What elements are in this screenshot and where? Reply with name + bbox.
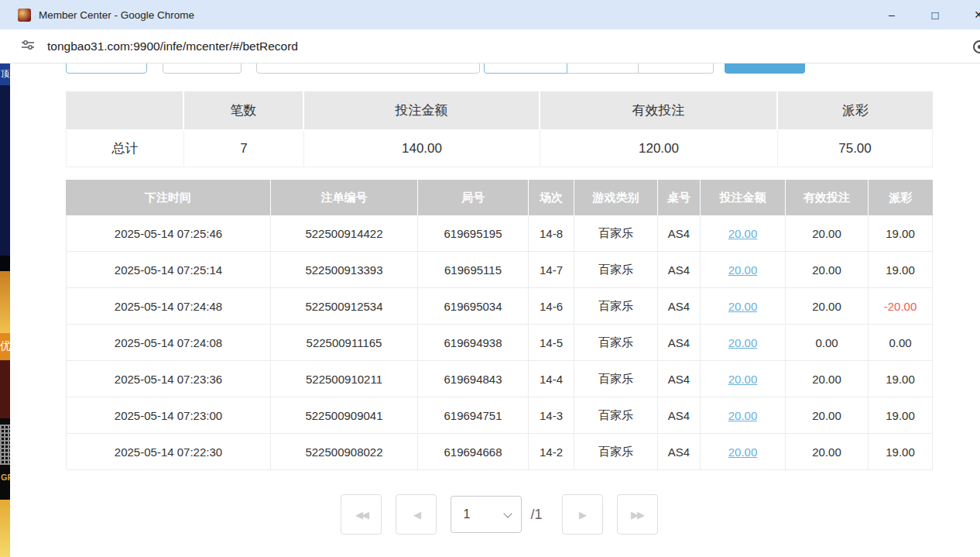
bet-amount-link[interactable]: 20.00: [728, 300, 758, 313]
cell-round: 619694668: [418, 434, 529, 470]
cell-round: 619695115: [418, 252, 529, 288]
cell-session: 14-3: [529, 397, 574, 434]
site-settings-icon[interactable]: [21, 38, 35, 55]
summary-total-row: 总计 7 140.00 120.00 75.00: [66, 130, 933, 167]
maximize-button[interactable]: □: [913, 0, 957, 29]
strip-segment-maroon: [0, 360, 10, 418]
cell-bet_id: 522500913393: [271, 252, 418, 288]
cell-valid: 20.00: [786, 215, 869, 252]
cell-round: 619694751: [418, 397, 529, 434]
cell-table_no: AS4: [658, 252, 701, 288]
cell-game: 百家乐: [574, 434, 658, 470]
summary-valid-bet-value: 120.00: [540, 130, 778, 167]
cell-session: 14-5: [529, 325, 574, 361]
page-select[interactable]: 1: [451, 496, 522, 533]
minimize-button[interactable]: –: [870, 0, 913, 29]
table-row: 2025-05-14 07:25:14522500913393619695115…: [66, 252, 933, 288]
url-text[interactable]: tongbao31.com:9900/infe/mcenter/#/betRec…: [47, 40, 298, 53]
cell-bet_id: 522500909041: [271, 397, 418, 434]
cell-time: 2025-05-14 07:25:14: [66, 252, 271, 288]
pagination: ◀◀ ◀ 1 /1 ▶ ▶▶: [66, 494, 933, 535]
cell-payout: 19.00: [869, 252, 933, 288]
cell-amount: 20.00: [701, 215, 786, 252]
toolbar-segment-1[interactable]: [484, 64, 567, 74]
summary-col-blank: [66, 91, 184, 129]
close-button[interactable]: ✕: [957, 0, 980, 29]
toolbar-segment-2[interactable]: [567, 64, 639, 74]
toolbar-button-1[interactable]: [66, 64, 147, 74]
cell-time: 2025-05-14 07:24:08: [66, 325, 271, 361]
strip-segment-navy: [0, 85, 10, 256]
column-header-session: 场次: [529, 180, 574, 215]
bet-amount-link[interactable]: 20.00: [728, 373, 758, 386]
bet-amount-link[interactable]: 20.00: [728, 409, 758, 422]
prev-page-button[interactable]: ◀: [396, 494, 437, 535]
summary-payout-value: 75.00: [778, 130, 933, 167]
cell-table_no: AS4: [658, 434, 701, 470]
cell-payout: 0.00: [869, 325, 933, 361]
window-title: Member Center - Google Chrome: [39, 9, 194, 21]
address-bar[interactable]: tongbao31.com:9900/infe/mcenter/#/betRec…: [0, 29, 980, 64]
cell-game: 百家乐: [574, 397, 658, 434]
summary-total-label: 总计: [66, 130, 184, 167]
table-row: 2025-05-14 07:23:00522500909041619694751…: [66, 397, 933, 434]
bet-amount-link[interactable]: 20.00: [728, 227, 758, 240]
app-icon: [18, 9, 31, 22]
cell-amount: 20.00: [701, 325, 786, 361]
cell-valid: 20.00: [786, 361, 869, 397]
cell-time: 2025-05-14 07:23:36: [66, 361, 271, 397]
cell-valid: 20.00: [786, 397, 869, 434]
browser-settings-icon[interactable]: [973, 40, 980, 53]
last-page-button[interactable]: ▶▶: [617, 494, 658, 535]
summary-header: 笔数 投注金额 有效投注 派彩: [66, 91, 933, 129]
qr-code-fragment: [0, 425, 10, 465]
toolbar-segment-3[interactable]: [639, 64, 714, 74]
table-row: 2025-05-14 07:22:30522500908022619694668…: [66, 434, 933, 470]
toolbar-search-input[interactable]: [256, 64, 480, 74]
cell-table_no: AS4: [658, 325, 701, 361]
summary-col-payout: 派彩: [778, 91, 933, 129]
cell-table_no: AS4: [658, 215, 701, 252]
cell-payout: -20.00: [869, 288, 933, 325]
cell-amount: 20.00: [701, 434, 786, 470]
bet-amount-link[interactable]: 20.00: [728, 445, 758, 459]
cell-game: 百家乐: [574, 252, 658, 288]
window-titlebar[interactable]: Member Center - Google Chrome – □ ✕: [0, 0, 980, 29]
cell-game: 百家乐: [574, 325, 658, 361]
toolbar-search-button[interactable]: [725, 64, 805, 74]
cell-amount: 20.00: [701, 361, 786, 397]
cell-valid: 0.00: [786, 325, 869, 361]
table-row: 2025-05-14 07:25:46522500914422619695195…: [66, 215, 933, 252]
toolbar-button-2[interactable]: [163, 64, 242, 74]
next-page-button[interactable]: ▶: [562, 494, 603, 535]
bet-amount-link[interactable]: 20.00: [728, 263, 758, 277]
cell-round: 619694938: [418, 325, 529, 361]
column-header-time: 下注时间: [66, 180, 271, 215]
cell-session: 14-2: [529, 434, 574, 470]
cell-payout: 19.00: [869, 434, 933, 470]
cell-game: 百家乐: [574, 361, 658, 397]
summary-col-bet-amount: 投注金额: [304, 91, 540, 129]
cell-round: 619695195: [418, 215, 529, 252]
strip-segment-gold-1: [0, 271, 10, 333]
cell-time: 2025-05-14 07:23:00: [66, 397, 271, 434]
cell-game: 百家乐: [574, 215, 658, 252]
strip-segment-black-2: GR: [0, 418, 10, 500]
table-row: 2025-05-14 07:24:08522500911165619694938…: [66, 325, 933, 361]
column-header-bet_id: 注单编号: [271, 180, 418, 215]
cell-bet_id: 522500910211: [271, 361, 418, 397]
strip-text-fragment: GR: [1, 473, 10, 482]
column-header-table_no: 桌号: [658, 180, 701, 215]
cell-game: 百家乐: [574, 288, 658, 325]
background-page-strip: 顶度 优 GR: [0, 64, 10, 557]
first-page-button[interactable]: ◀◀: [341, 494, 382, 535]
cell-bet_id: 522500912534: [271, 288, 418, 325]
cell-amount: 20.00: [701, 397, 786, 434]
window-controls: – □ ✕: [870, 0, 980, 29]
cell-amount: 20.00: [701, 288, 786, 325]
column-header-amount: 投注金额: [701, 180, 786, 215]
bet-amount-link[interactable]: 20.00: [728, 336, 758, 349]
page-select-value: 1: [463, 507, 470, 521]
summary-count-value: 7: [184, 130, 304, 167]
cell-amount: 20.00: [701, 252, 786, 288]
